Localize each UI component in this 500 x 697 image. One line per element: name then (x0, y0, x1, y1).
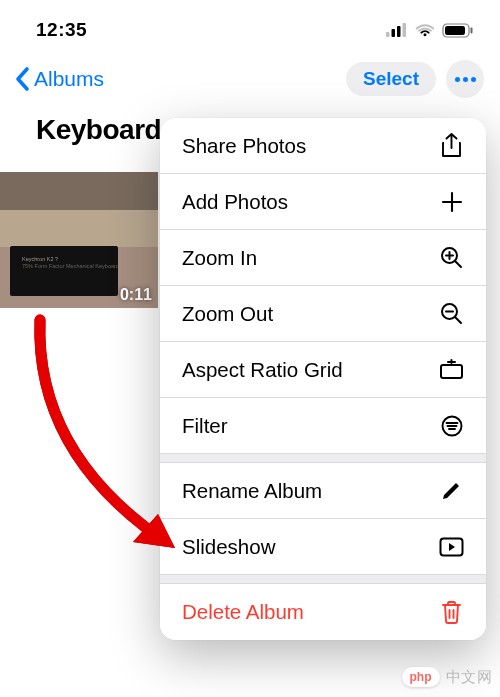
menu-label: Aspect Ratio Grid (182, 358, 343, 382)
svg-rect-6 (471, 27, 473, 33)
thumbnail-caption: Keychron K2 ? 75% Form Factor Mechanical… (22, 256, 119, 270)
nav-actions: Select (346, 60, 484, 98)
status-icons (386, 23, 474, 38)
watermark-text: 中文网 (446, 668, 493, 687)
zoom-in-icon (439, 246, 464, 269)
menu-label: Delete Album (182, 600, 304, 624)
video-duration: 0:11 (120, 286, 152, 304)
svg-rect-9 (441, 365, 462, 378)
menu-item-zoom-out[interactable]: Zoom Out (160, 286, 486, 342)
menu-separator (160, 454, 486, 463)
svg-rect-5 (445, 26, 465, 35)
svg-rect-2 (397, 26, 401, 37)
menu-label: Slideshow (182, 535, 275, 559)
zoom-out-icon (439, 302, 464, 325)
status-bar: 12:35 (0, 0, 500, 50)
menu-separator (160, 575, 486, 584)
svg-rect-1 (392, 29, 396, 37)
menu-label: Filter (182, 414, 228, 438)
battery-icon (442, 23, 474, 38)
context-menu: Share Photos Add Photos Zoom In Zoom Out… (160, 118, 486, 640)
svg-rect-3 (403, 23, 407, 37)
menu-label: Zoom In (182, 246, 257, 270)
menu-item-rename-album[interactable]: Rename Album (160, 463, 486, 519)
more-button[interactable] (446, 60, 484, 98)
menu-item-share-photos[interactable]: Share Photos (160, 118, 486, 174)
trash-icon (439, 600, 464, 624)
video-thumbnail[interactable]: Keychron K2 ? 75% Form Factor Mechanical… (0, 172, 158, 308)
menu-item-delete-album[interactable]: Delete Album (160, 584, 486, 640)
menu-item-zoom-in[interactable]: Zoom In (160, 230, 486, 286)
watermark-badge: php (402, 667, 440, 687)
chevron-left-icon (14, 66, 32, 92)
select-button[interactable]: Select (346, 62, 436, 96)
svg-rect-0 (386, 32, 390, 37)
navigation-bar: Albums Select (0, 50, 500, 108)
back-label: Albums (34, 67, 104, 91)
watermark: php 中文网 (402, 667, 493, 687)
pencil-icon (439, 480, 464, 501)
menu-item-aspect-ratio-grid[interactable]: Aspect Ratio Grid (160, 342, 486, 398)
plus-icon (439, 191, 464, 213)
back-button[interactable]: Albums (14, 66, 104, 92)
menu-item-slideshow[interactable]: Slideshow (160, 519, 486, 575)
menu-label: Zoom Out (182, 302, 273, 326)
menu-item-add-photos[interactable]: Add Photos (160, 174, 486, 230)
cellular-icon (386, 23, 408, 37)
status-time: 12:35 (36, 19, 87, 41)
menu-label: Add Photos (182, 190, 288, 214)
filter-icon (439, 415, 464, 437)
menu-label: Share Photos (182, 134, 306, 158)
play-rect-icon (439, 537, 464, 557)
menu-item-filter[interactable]: Filter (160, 398, 486, 454)
ellipsis-icon (455, 77, 476, 82)
wifi-icon (415, 23, 435, 37)
aspect-ratio-icon (439, 359, 464, 381)
menu-label: Rename Album (182, 479, 322, 503)
share-icon (439, 133, 464, 158)
